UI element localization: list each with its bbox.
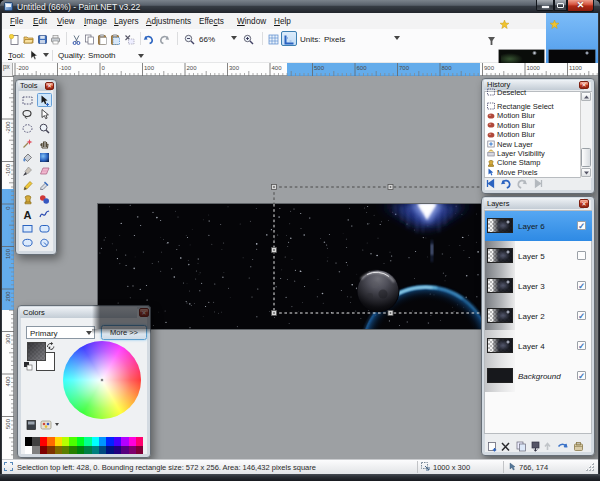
svg-text:800: 800 [442, 65, 453, 71]
svg-text:200: 200 [5, 291, 11, 302]
svg-text:-100: -100 [5, 163, 11, 176]
svg-text:-200: -200 [17, 65, 30, 71]
svg-text:0: 0 [5, 206, 11, 210]
svg-text:500: 500 [5, 418, 11, 429]
svg-text:100: 100 [144, 65, 155, 71]
svg-text:100: 100 [5, 248, 11, 259]
svg-text:500: 500 [314, 65, 325, 71]
svg-text:1000: 1000 [527, 65, 541, 71]
svg-text:-100: -100 [59, 65, 72, 71]
svg-text:400: 400 [5, 376, 11, 387]
svg-text:0: 0 [102, 65, 106, 71]
svg-text:900: 900 [484, 65, 495, 71]
svg-text:300: 300 [5, 333, 11, 344]
svg-text:A: A [24, 209, 32, 220]
svg-text:700: 700 [399, 65, 410, 71]
svg-text:1100: 1100 [569, 65, 583, 71]
svg-text:200: 200 [187, 65, 198, 71]
svg-text:400: 400 [272, 65, 283, 71]
svg-text:-200: -200 [5, 121, 11, 134]
svg-text:300: 300 [229, 65, 240, 71]
svg-text:600: 600 [357, 65, 368, 71]
